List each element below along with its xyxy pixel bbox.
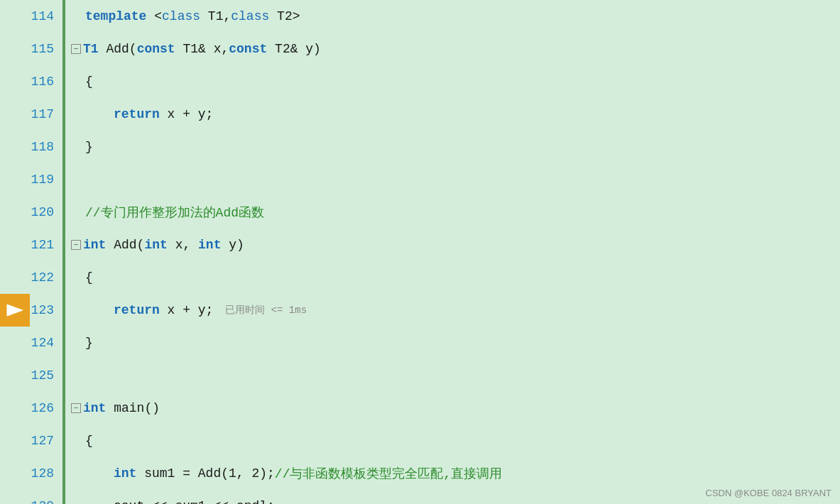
collapse-button[interactable]: − — [71, 44, 81, 54]
code-editor: 1141151161171181191201211221231241251261… — [0, 0, 840, 504]
code-line — [71, 163, 840, 196]
line-number: 127 — [0, 424, 62, 457]
keyword-template: template — [85, 9, 146, 23]
code-line: { — [71, 261, 840, 294]
line-number: 129 — [0, 490, 62, 504]
code-text: x + y; — [160, 303, 214, 317]
line-number: 121 — [0, 229, 62, 261]
keyword-int: T1 — [83, 42, 99, 56]
code-text: < — [146, 9, 162, 23]
line-number: 117 — [0, 98, 62, 131]
code-line: { — [71, 424, 840, 457]
code-text: x, — [168, 238, 198, 252]
keyword-class: class — [231, 9, 269, 23]
code-text: { — [85, 270, 93, 285]
code-text: sum1 = Add(1, 2); — [136, 466, 274, 481]
line-numbers-panel: 1141151161171181191201211221231241251261… — [0, 0, 62, 504]
keyword-return: return — [114, 107, 160, 121]
code-text: y) — [221, 238, 244, 252]
line-number: 124 — [0, 327, 62, 359]
code-line: int sum1 = Add(1, 2);//与非函数模板类型完全匹配,直接调用 — [71, 457, 840, 490]
line-number: 119 — [0, 163, 62, 196]
code-text: } — [85, 336, 93, 350]
code-text: Add( — [106, 238, 144, 252]
keyword-return: return — [114, 303, 160, 317]
arrow-indicator — [0, 294, 30, 327]
comment-text: //专门用作整形加法的Add函数 — [85, 204, 264, 221]
code-line: −int Add(int x, int y) — [71, 229, 840, 261]
line-number: 128 — [0, 457, 62, 490]
line-number: 126 — [0, 392, 62, 424]
line-number: 118 — [0, 131, 62, 163]
keyword-int: const — [137, 42, 175, 56]
code-line: } — [71, 131, 840, 163]
keyword-int: int — [83, 238, 106, 252]
code-text: T1& x, — [175, 42, 229, 56]
code-line: template <class T1,class T2> — [71, 0, 840, 33]
keyword-int: int — [144, 238, 167, 252]
code-line: return x + y; — [71, 98, 840, 131]
code-line: return x + y; 已用时间 <= 1ms — [71, 294, 840, 327]
keyword-int: int — [114, 466, 136, 481]
collapse-button[interactable]: − — [71, 403, 81, 413]
code-panel: template <class T1,class T2>−T1 Add(cons… — [65, 0, 840, 504]
keyword-int: int — [83, 401, 106, 415]
keyword-class: class — [162, 9, 200, 23]
line-number: 122 — [0, 261, 62, 294]
comment-text: //与非函数模板类型完全匹配,直接调用 — [275, 465, 502, 482]
code-text: T1, — [200, 9, 231, 23]
code-text: { — [85, 434, 93, 448]
code-text: main() — [106, 401, 160, 415]
code-line: −T1 Add(const T1& x,const T2& y) — [71, 33, 840, 65]
svg-marker-0 — [7, 305, 23, 316]
code-line: //专门用作整形加法的Add函数 — [71, 196, 840, 229]
code-line: −int main() — [71, 392, 840, 424]
code-line: } — [71, 327, 840, 359]
code-text: T2> — [269, 9, 300, 23]
collapse-button[interactable]: − — [71, 240, 81, 250]
line-number: 115 — [0, 33, 62, 65]
code-text: x + y; — [160, 107, 214, 121]
arrow-right-icon — [4, 300, 26, 321]
keyword-int: int — [198, 238, 221, 252]
code-text: cout << sum1 << endl; — [114, 499, 275, 504]
watermark: CSDN @KOBE 0824 BRYANT — [706, 488, 831, 498]
keyword-int: const — [229, 42, 267, 56]
line-number: 120 — [0, 196, 62, 229]
code-text: } — [85, 140, 93, 154]
time-info-text: 已用时间 <= 1ms — [213, 304, 307, 317]
line-number: 125 — [0, 359, 62, 392]
code-line — [71, 359, 840, 392]
line-number: 114 — [0, 0, 62, 33]
line-number: 116 — [0, 65, 62, 98]
code-line: { — [71, 65, 840, 98]
code-text: Add( — [99, 42, 137, 56]
code-text: { — [85, 75, 93, 89]
code-text: T2& y) — [267, 42, 321, 56]
